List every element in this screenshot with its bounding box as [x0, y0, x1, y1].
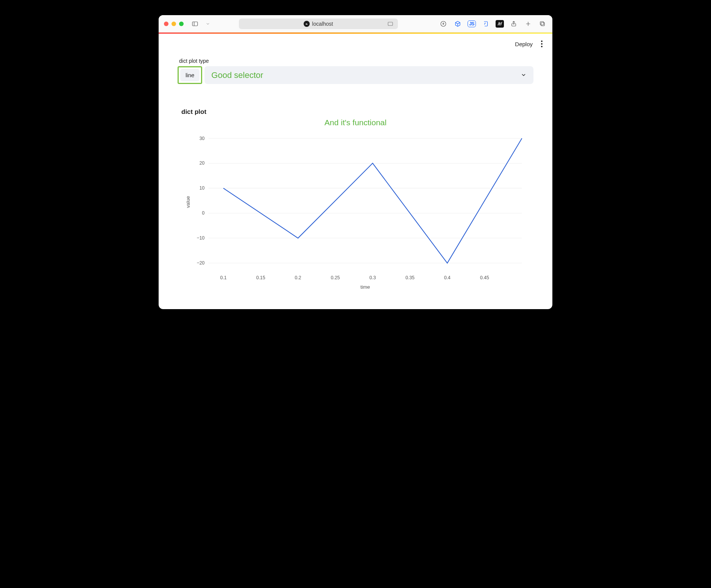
app-header: Deploy [159, 34, 552, 50]
browser-window: localhost JS /r/ [159, 15, 552, 309]
reader-mode-icon[interactable] [386, 19, 395, 28]
modebar-autoscale-icon[interactable] [505, 99, 512, 106]
svg-text:0.2: 0.2 [295, 275, 301, 280]
modebar-camera-icon[interactable] [452, 99, 459, 106]
modebar-home-icon[interactable] [527, 99, 533, 106]
modebar-reset-icon[interactable] [516, 99, 523, 106]
svg-rect-0 [192, 22, 198, 26]
modebar-lasso-icon[interactable] [495, 99, 502, 106]
reddit-extension-icon[interactable]: /r/ [496, 20, 504, 28]
line-chart[interactable]: −20−1001020300.10.150.20.250.30.350.40.4… [178, 129, 533, 294]
svg-rect-10 [540, 22, 544, 25]
main-content: dict plot type line Good selector [159, 50, 552, 309]
svg-text:value: value [185, 196, 191, 208]
selectbox-dropdown[interactable]: Good selector [204, 66, 533, 84]
site-favicon-icon [304, 21, 310, 27]
cube-extension-icon[interactable] [453, 19, 462, 28]
window-close-button[interactable] [164, 22, 168, 26]
share-icon[interactable] [509, 19, 518, 28]
address-bar[interactable]: localhost [239, 19, 398, 29]
browser-chrome: localhost JS /r/ [159, 15, 552, 33]
svg-text:0.15: 0.15 [256, 275, 265, 280]
svg-text:20: 20 [200, 160, 205, 166]
selectbox-value: line [186, 72, 194, 78]
svg-text:−20: −20 [197, 260, 205, 266]
new-tab-icon[interactable] [524, 19, 533, 28]
js-extension-icon[interactable]: JS [468, 20, 476, 27]
traffic-lights [164, 22, 184, 26]
chevron-down-icon[interactable] [203, 19, 212, 28]
svg-text:time: time [360, 284, 370, 290]
modebar-zoom-icon[interactable] [463, 99, 470, 106]
deploy-button[interactable]: Deploy [515, 41, 533, 47]
selectbox-value-pill[interactable]: line [180, 69, 200, 81]
svg-text:−10: −10 [197, 235, 205, 241]
genie-extension-icon[interactable] [481, 19, 490, 28]
browser-toolbar-right: JS /r/ [439, 19, 547, 28]
svg-text:0: 0 [202, 210, 205, 216]
svg-text:10: 10 [200, 185, 205, 191]
selectbox-label: dict plot type [179, 58, 533, 64]
svg-text:0.4: 0.4 [444, 275, 451, 280]
chart-svg: −20−1001020300.10.150.20.250.30.350.40.4… [181, 129, 530, 292]
svg-text:30: 30 [200, 136, 205, 141]
window-minimize-button[interactable] [172, 22, 176, 26]
svg-text:0.25: 0.25 [331, 275, 340, 280]
svg-text:0.1: 0.1 [220, 275, 226, 280]
callout-annotation-text: Good selector [211, 70, 263, 80]
plot-subtitle-annotation: And it's functional [178, 118, 533, 127]
plot-heading: dict plot [181, 108, 533, 116]
tab-overview-icon[interactable] [538, 19, 547, 28]
chevron-down-icon [521, 70, 527, 80]
callout-highlight-box: line [178, 66, 202, 84]
modebar-pan-icon[interactable] [474, 99, 480, 106]
svg-text:0.3: 0.3 [370, 275, 376, 280]
modebar-box-icon[interactable] [484, 99, 491, 106]
svg-rect-2 [388, 22, 393, 25]
selectbox-row: line Good selector [178, 66, 533, 84]
sidebar-toggle-icon[interactable] [190, 19, 200, 28]
svg-text:0.35: 0.35 [405, 275, 415, 280]
main-menu-icon[interactable] [539, 39, 544, 49]
downloads-icon[interactable] [439, 19, 448, 28]
svg-rect-9 [541, 22, 544, 26]
plot-modebar [178, 99, 533, 107]
svg-text:0.45: 0.45 [480, 275, 489, 280]
address-text: localhost [312, 21, 333, 27]
window-zoom-button[interactable] [179, 22, 184, 26]
